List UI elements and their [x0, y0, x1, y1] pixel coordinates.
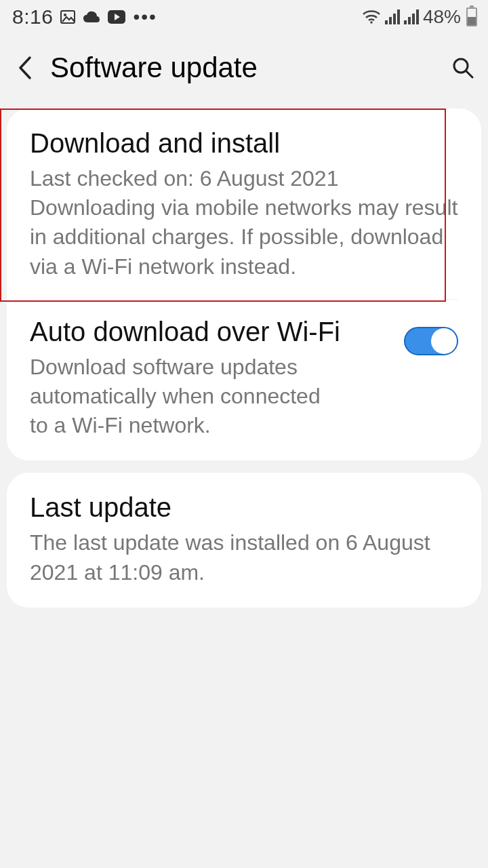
wifi-icon [362, 9, 381, 24]
search-icon[interactable] [451, 56, 474, 79]
auto-download-sub: Download software updates automatically … [30, 353, 328, 441]
status-clock: 8:16 [12, 5, 53, 28]
app-header: Software update [0, 31, 488, 108]
signal-icon-2 [404, 9, 419, 24]
settings-card-1: Download and install Last checked on: 6 … [7, 108, 481, 460]
status-bar: 8:16 ••• 48% [0, 0, 488, 31]
auto-download-toggle[interactable] [404, 327, 458, 355]
auto-download-title: Auto download over Wi-Fi [30, 315, 390, 349]
svg-point-3 [370, 21, 373, 24]
download-install-title: Download and install [30, 126, 458, 160]
svg-line-5 [466, 71, 472, 77]
gallery-icon [60, 9, 76, 25]
download-install-item[interactable]: Download and install Last checked on: 6 … [7, 111, 481, 299]
youtube-icon [107, 9, 126, 24]
back-icon[interactable] [16, 55, 35, 81]
last-update-sub: The last update was installed on 6 Augus… [30, 528, 458, 587]
download-install-sub: Last checked on: 6 August 2021 Downloadi… [30, 164, 458, 281]
battery-icon [466, 7, 477, 26]
auto-download-item[interactable]: Auto download over Wi-Fi Download softwa… [7, 300, 481, 458]
toggle-knob [431, 328, 457, 354]
signal-icon-1 [385, 9, 400, 24]
settings-card-2: Last update The last update was installe… [7, 473, 481, 607]
cloud-icon [83, 10, 100, 24]
more-notifications-icon: ••• [133, 6, 157, 28]
page-title: Software update [50, 52, 436, 84]
last-update-title: Last update [30, 490, 458, 524]
battery-percentage: 48% [423, 6, 461, 28]
svg-point-1 [64, 14, 66, 16]
last-update-item[interactable]: Last update The last update was installe… [7, 475, 481, 604]
